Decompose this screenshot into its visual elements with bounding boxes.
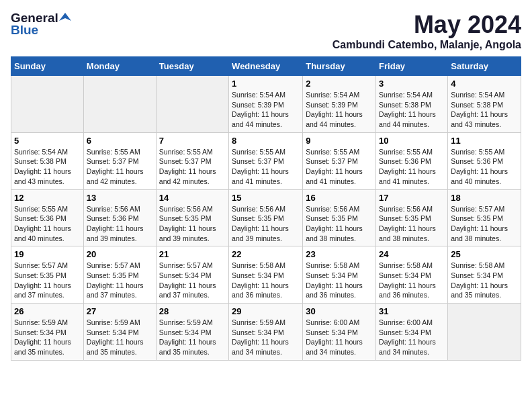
day-cell: 3Sunrise: 5:54 AM Sunset: 5:38 PM Daylig… xyxy=(376,76,448,133)
day-info: Sunrise: 5:55 AM Sunset: 5:36 PM Dayligh… xyxy=(379,147,445,187)
logo: General Blue xyxy=(11,11,71,38)
day-cell: 5Sunrise: 5:54 AM Sunset: 5:38 PM Daylig… xyxy=(11,132,84,189)
day-info: Sunrise: 6:00 AM Sunset: 5:34 PM Dayligh… xyxy=(379,318,445,357)
day-number: 21 xyxy=(159,249,226,259)
week-row-3: 19Sunrise: 5:57 AM Sunset: 5:35 PM Dayli… xyxy=(11,246,521,304)
day-info: Sunrise: 5:55 AM Sunset: 5:36 PM Dayligh… xyxy=(451,147,518,187)
day-cell: 21Sunrise: 5:57 AM Sunset: 5:34 PM Dayli… xyxy=(156,246,228,304)
day-number: 3 xyxy=(379,79,445,89)
week-row-1: 5Sunrise: 5:54 AM Sunset: 5:38 PM Daylig… xyxy=(11,132,521,189)
day-info: Sunrise: 5:56 AM Sunset: 5:36 PM Dayligh… xyxy=(87,204,153,244)
day-info: Sunrise: 6:00 AM Sunset: 5:34 PM Dayligh… xyxy=(306,318,373,357)
day-info: Sunrise: 5:57 AM Sunset: 5:35 PM Dayligh… xyxy=(451,204,518,244)
day-info: Sunrise: 5:56 AM Sunset: 5:35 PM Dayligh… xyxy=(306,204,373,244)
day-info: Sunrise: 5:58 AM Sunset: 5:34 PM Dayligh… xyxy=(306,261,373,300)
day-cell: 2Sunrise: 5:54 AM Sunset: 5:39 PM Daylig… xyxy=(303,76,376,133)
day-info: Sunrise: 5:55 AM Sunset: 5:37 PM Dayligh… xyxy=(232,147,300,187)
day-number: 16 xyxy=(306,193,373,203)
day-cell: 28Sunrise: 5:59 AM Sunset: 5:34 PM Dayli… xyxy=(156,304,228,361)
day-info: Sunrise: 5:58 AM Sunset: 5:34 PM Dayligh… xyxy=(379,261,445,300)
day-number: 10 xyxy=(379,136,445,146)
day-cell xyxy=(156,76,228,133)
header-saturday: Saturday xyxy=(448,57,521,76)
day-cell: 11Sunrise: 5:55 AM Sunset: 5:36 PM Dayli… xyxy=(448,132,521,189)
svg-marker-0 xyxy=(59,13,71,21)
week-row-2: 12Sunrise: 5:55 AM Sunset: 5:36 PM Dayli… xyxy=(11,189,521,246)
day-cell: 19Sunrise: 5:57 AM Sunset: 5:35 PM Dayli… xyxy=(11,246,84,304)
header-sunday: Sunday xyxy=(11,57,84,76)
day-cell: 31Sunrise: 6:00 AM Sunset: 5:34 PM Dayli… xyxy=(376,304,448,361)
location-title: Cambundi Catembo, Malanje, Angola xyxy=(332,39,521,51)
day-cell: 1Sunrise: 5:54 AM Sunset: 5:39 PM Daylig… xyxy=(229,76,303,133)
day-number: 23 xyxy=(306,249,373,259)
day-number: 30 xyxy=(306,306,373,316)
day-info: Sunrise: 5:58 AM Sunset: 5:34 PM Dayligh… xyxy=(232,261,300,300)
month-title: May 2024 xyxy=(332,11,521,39)
day-cell: 30Sunrise: 6:00 AM Sunset: 5:34 PM Dayli… xyxy=(303,304,376,361)
day-cell: 16Sunrise: 5:56 AM Sunset: 5:35 PM Dayli… xyxy=(303,189,376,246)
day-cell: 10Sunrise: 5:55 AM Sunset: 5:36 PM Dayli… xyxy=(376,132,448,189)
day-cell: 9Sunrise: 5:55 AM Sunset: 5:37 PM Daylig… xyxy=(303,132,376,189)
day-cell: 13Sunrise: 5:56 AM Sunset: 5:36 PM Dayli… xyxy=(83,189,156,246)
day-cell: 14Sunrise: 5:56 AM Sunset: 5:35 PM Dayli… xyxy=(156,189,228,246)
day-number: 25 xyxy=(451,249,518,259)
day-info: Sunrise: 5:57 AM Sunset: 5:35 PM Dayligh… xyxy=(87,261,153,300)
day-cell: 23Sunrise: 5:58 AM Sunset: 5:34 PM Dayli… xyxy=(303,246,376,304)
day-info: Sunrise: 5:54 AM Sunset: 5:39 PM Dayligh… xyxy=(306,90,373,130)
day-number: 24 xyxy=(379,249,445,259)
day-cell: 7Sunrise: 5:55 AM Sunset: 5:37 PM Daylig… xyxy=(156,132,228,189)
day-info: Sunrise: 5:56 AM Sunset: 5:35 PM Dayligh… xyxy=(159,204,226,244)
day-info: Sunrise: 5:55 AM Sunset: 5:37 PM Dayligh… xyxy=(87,147,153,187)
day-number: 26 xyxy=(14,306,81,316)
header-monday: Monday xyxy=(83,57,156,76)
header-thursday: Thursday xyxy=(303,57,376,76)
day-cell: 12Sunrise: 5:55 AM Sunset: 5:36 PM Dayli… xyxy=(11,189,84,246)
week-row-0: 1Sunrise: 5:54 AM Sunset: 5:39 PM Daylig… xyxy=(11,76,521,133)
day-number: 4 xyxy=(451,79,518,89)
day-number: 29 xyxy=(232,306,300,316)
day-info: Sunrise: 5:55 AM Sunset: 5:36 PM Dayligh… xyxy=(14,204,81,244)
day-info: Sunrise: 5:54 AM Sunset: 5:38 PM Dayligh… xyxy=(14,147,81,187)
day-cell xyxy=(83,76,156,133)
day-cell: 29Sunrise: 5:59 AM Sunset: 5:34 PM Dayli… xyxy=(229,304,303,361)
day-number: 19 xyxy=(14,249,81,259)
header-wednesday: Wednesday xyxy=(229,57,303,76)
day-info: Sunrise: 5:59 AM Sunset: 5:34 PM Dayligh… xyxy=(14,318,81,357)
day-cell: 25Sunrise: 5:58 AM Sunset: 5:34 PM Dayli… xyxy=(448,246,521,304)
day-cell: 4Sunrise: 5:54 AM Sunset: 5:38 PM Daylig… xyxy=(448,76,521,133)
day-cell: 15Sunrise: 5:56 AM Sunset: 5:35 PM Dayli… xyxy=(229,189,303,246)
title-area: May 2024 Cambundi Catembo, Malanje, Ango… xyxy=(332,11,521,51)
day-number: 15 xyxy=(232,193,300,203)
day-number: 1 xyxy=(232,79,300,89)
day-number: 20 xyxy=(87,249,153,259)
day-cell: 6Sunrise: 5:55 AM Sunset: 5:37 PM Daylig… xyxy=(83,132,156,189)
day-number: 28 xyxy=(159,306,226,316)
header-friday: Friday xyxy=(376,57,448,76)
logo-bird-icon xyxy=(59,11,71,24)
day-number: 17 xyxy=(379,193,445,203)
day-info: Sunrise: 5:58 AM Sunset: 5:34 PM Dayligh… xyxy=(451,261,518,300)
day-number: 13 xyxy=(87,193,153,203)
day-number: 12 xyxy=(14,193,81,203)
header: General Blue May 2024 Cambundi Catembo, … xyxy=(11,11,521,51)
day-cell xyxy=(11,76,84,133)
day-cell: 18Sunrise: 5:57 AM Sunset: 5:35 PM Dayli… xyxy=(448,189,521,246)
day-number: 6 xyxy=(87,136,153,146)
day-number: 22 xyxy=(232,249,300,259)
day-info: Sunrise: 5:57 AM Sunset: 5:35 PM Dayligh… xyxy=(14,261,81,300)
header-tuesday: Tuesday xyxy=(156,57,228,76)
day-cell: 26Sunrise: 5:59 AM Sunset: 5:34 PM Dayli… xyxy=(11,304,84,361)
day-number: 27 xyxy=(87,306,153,316)
day-number: 11 xyxy=(451,136,518,146)
header-row: SundayMondayTuesdayWednesdayThursdayFrid… xyxy=(11,57,521,76)
week-row-4: 26Sunrise: 5:59 AM Sunset: 5:34 PM Dayli… xyxy=(11,304,521,361)
day-number: 5 xyxy=(14,136,81,146)
day-cell: 24Sunrise: 5:58 AM Sunset: 5:34 PM Dayli… xyxy=(376,246,448,304)
day-cell: 27Sunrise: 5:59 AM Sunset: 5:34 PM Dayli… xyxy=(83,304,156,361)
calendar-table: SundayMondayTuesdayWednesdayThursdayFrid… xyxy=(11,56,521,361)
day-info: Sunrise: 5:59 AM Sunset: 5:34 PM Dayligh… xyxy=(159,318,226,357)
day-info: Sunrise: 5:59 AM Sunset: 5:34 PM Dayligh… xyxy=(87,318,153,357)
day-info: Sunrise: 5:56 AM Sunset: 5:35 PM Dayligh… xyxy=(232,204,300,244)
day-info: Sunrise: 5:55 AM Sunset: 5:37 PM Dayligh… xyxy=(159,147,226,187)
day-info: Sunrise: 5:54 AM Sunset: 5:39 PM Dayligh… xyxy=(232,90,300,130)
